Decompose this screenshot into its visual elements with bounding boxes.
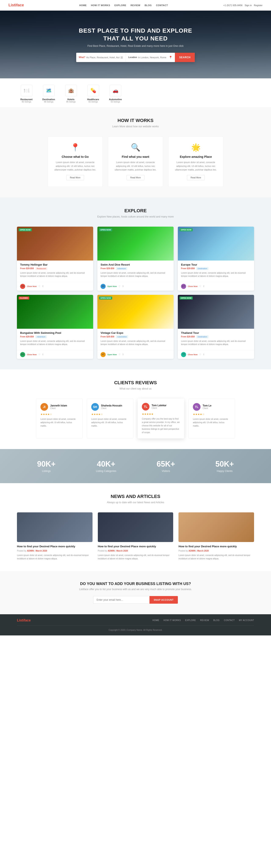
explore-card-share[interactable]: ⇧ bbox=[42, 353, 44, 355]
explore-card-price: From $28-$58 bbox=[181, 336, 195, 338]
news-card-title[interactable]: How to find your Desired Place more quic… bbox=[178, 545, 254, 548]
explore-card-share[interactable]: ⇧ bbox=[203, 285, 205, 287]
reviewer-role: Client bbox=[101, 407, 122, 409]
register-button[interactable]: Register bbox=[254, 4, 263, 6]
nav-review[interactable]: REVIEW bbox=[130, 4, 140, 6]
search-where-label: Location bbox=[128, 56, 137, 58]
nav-blog[interactable]: BLOG bbox=[145, 4, 152, 6]
category-name: Restaurant bbox=[20, 98, 32, 101]
explore-card-heart[interactable]: ♡ bbox=[118, 353, 121, 355]
hiw-subtitle: Learn More about how our website works bbox=[17, 125, 254, 128]
nav-explore[interactable]: EXPLORE bbox=[114, 4, 126, 6]
logo: Listiface bbox=[8, 3, 24, 7]
explore-card-share[interactable]: ⇧ bbox=[42, 285, 44, 287]
explore-card-status[interactable]: Close Now bbox=[27, 353, 37, 355]
footer-link[interactable]: REVIEW bbox=[200, 619, 209, 621]
hiw-card-icon: 🔍 bbox=[113, 143, 158, 152]
footer-link[interactable]: BLOG bbox=[213, 619, 220, 621]
explore-card-desc: Lorem ipsum dolor sit amet, consecte adi… bbox=[181, 271, 251, 278]
explore-card-heart[interactable]: ♡ bbox=[118, 285, 121, 287]
search-button[interactable]: SEARCH bbox=[175, 53, 195, 62]
explore-card-title: Thailand Tour bbox=[181, 331, 251, 335]
search-what-section: What? ⊞ bbox=[76, 53, 126, 62]
news-grid: How to find your Desired Place more quic… bbox=[17, 513, 254, 560]
reviewer: SH Shaheda Hossain Client bbox=[91, 403, 129, 411]
explore-card-status[interactable]: Open Now bbox=[107, 285, 117, 287]
news-card-author: ADMIN bbox=[108, 550, 115, 552]
footer: Listiface HOMEHOW IT WORKSEXPLOREREVIEWB… bbox=[0, 614, 271, 636]
category-item[interactable]: 🗺️ Destination 88 listings bbox=[39, 85, 58, 103]
navbar-actions: +1 (917) 935-8456 Sign in Register bbox=[223, 4, 263, 6]
category-icon: 🏨 bbox=[65, 85, 77, 96]
explore-card-status[interactable]: Close Now bbox=[188, 353, 198, 355]
footer-link[interactable]: MY ACCOUNT bbox=[239, 619, 254, 621]
explore-card-meta: From $28-$58 Adventure bbox=[101, 267, 170, 270]
search-where-input[interactable] bbox=[138, 56, 169, 59]
footer-link[interactable]: EXPLORE bbox=[185, 619, 196, 621]
explore-card-category: Automotive bbox=[116, 335, 128, 338]
footer-link[interactable]: HOME bbox=[153, 619, 159, 621]
explore-card-share[interactable]: ⇧ bbox=[122, 285, 124, 287]
stats-grid: 90K+ Listings 40K+ Listing Categories 65… bbox=[17, 460, 254, 472]
news-card-title[interactable]: How to find your Desired Place more quic… bbox=[98, 545, 173, 548]
nav-home[interactable]: HOME bbox=[79, 4, 87, 6]
explore-card-image: OPEN NOW bbox=[178, 227, 254, 260]
reviewer: JI Janneth Islam Client bbox=[40, 403, 78, 411]
explore-card-price: From $28-$58 bbox=[101, 267, 114, 270]
hiw-read-more-button[interactable]: Read More bbox=[66, 175, 84, 180]
nav-links: HOME HOW IT WORKS EXPLORE REVIEW BLOG CO… bbox=[79, 4, 168, 6]
hero-section: BEST PLACE TO FIND AND EXPLORE THAT ALL … bbox=[0, 10, 271, 79]
reviewer-name: Tom Le bbox=[203, 404, 211, 407]
news-card-byline: Posted by ADMIN | March 2020 bbox=[98, 550, 173, 552]
explore-card-heart[interactable]: ♡ bbox=[199, 353, 201, 355]
explore-card-share[interactable]: ⇧ bbox=[122, 353, 124, 355]
explore-card-status[interactable]: Open Now bbox=[107, 353, 117, 355]
hiw-read-more-button[interactable]: Read More bbox=[187, 175, 205, 180]
explore-card-status[interactable]: Close Now bbox=[188, 285, 198, 287]
explore-card-author: VC Open Now ♡ ⇧ bbox=[97, 350, 174, 359]
category-item[interactable]: 🏨 Hotels 86 listings bbox=[61, 85, 80, 103]
explore-card-price: From $28-$58 bbox=[101, 336, 114, 338]
explore-card-meta: From $28-$58 Adventure bbox=[20, 335, 90, 338]
hero-search-bar: What? ⊞ Location 📍 SEARCH bbox=[76, 53, 195, 62]
reviewer-avatar: TL bbox=[142, 403, 149, 410]
footer-link[interactable]: CONTACT bbox=[224, 619, 235, 621]
category-item[interactable]: 🚗 Automotive 50 listings bbox=[106, 85, 125, 103]
explore-card-heart[interactable]: ♡ bbox=[38, 285, 40, 287]
location-icon: 📍 bbox=[169, 56, 172, 59]
explore-card-share[interactable]: ⇧ bbox=[203, 353, 205, 355]
explore-title: EXPLORE bbox=[17, 208, 254, 214]
explore-card-desc: Lorem ipsum dolor sit amet, consecte adi… bbox=[181, 340, 251, 346]
hiw-card-title: Find what you want bbox=[113, 155, 158, 158]
news-card-title[interactable]: How to find your Desired Place more quic… bbox=[17, 545, 93, 548]
category-item[interactable]: 💊 Healthcare 55 listings bbox=[83, 85, 103, 103]
stats-section: 90K+ Listings 40K+ Listing Categories 65… bbox=[0, 449, 271, 483]
nav-contact[interactable]: CONTACT bbox=[156, 4, 168, 6]
cta-email-input[interactable] bbox=[93, 596, 149, 604]
category-item[interactable]: 🍽️ Restaurant 80 listings bbox=[17, 85, 36, 103]
search-what-input[interactable] bbox=[87, 56, 120, 59]
hiw-cards: 📍 Choose what to Go Lorem ipsum dolor si… bbox=[17, 136, 254, 187]
explore-card-heart[interactable]: ♡ bbox=[199, 285, 201, 287]
signin-button[interactable]: Sign in bbox=[244, 4, 252, 6]
nav-how-it-works[interactable]: HOW IT WORKS bbox=[91, 4, 110, 6]
explore-card-title: Europe Tour bbox=[181, 263, 251, 266]
hiw-read-more-button[interactable]: Read More bbox=[127, 175, 144, 180]
explore-card-heart[interactable]: ♡ bbox=[38, 353, 40, 355]
cta-submit-button[interactable]: SNAP ACCOUNT bbox=[149, 596, 178, 604]
explore-card-status[interactable]: Close Now bbox=[27, 285, 37, 287]
explore-card: OPEN NOW Thailand Tour From $28-$58 Dest… bbox=[178, 295, 254, 359]
news-card-byline: Posted by ADMIN | March 2020 bbox=[178, 550, 254, 552]
explore-card-badge: OPEN NOW bbox=[19, 228, 32, 231]
explore-card-badge: CLOSED bbox=[19, 297, 29, 300]
explore-card-image: OPEN NOW bbox=[17, 227, 93, 260]
news-card-date: March 2020 bbox=[36, 550, 47, 552]
explore-card-meta: From $28-$58 Destination bbox=[181, 267, 251, 270]
explore-card: OPEN NOW Swim And Dive Resort From $28-$… bbox=[97, 227, 174, 290]
footer-link[interactable]: HOW IT WORKS bbox=[164, 619, 181, 621]
hiw-card-title: Choose what to Go bbox=[53, 155, 97, 158]
news-card-date: March 2020 bbox=[116, 550, 128, 552]
how-it-works-section: HOW IT WORKS Learn More about how our we… bbox=[0, 107, 271, 197]
category-name: Hotels bbox=[67, 98, 74, 101]
explore-card-category: Adventure bbox=[116, 267, 127, 270]
